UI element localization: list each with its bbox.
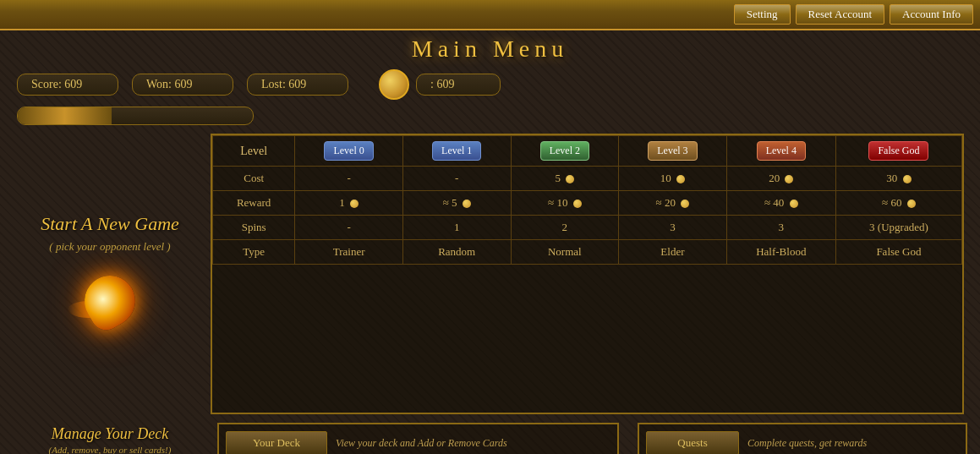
reward-2: ≈ 10 [511, 191, 619, 216]
table-row-type: Type Trainer Random Normal Elder Half-Bl… [213, 240, 962, 265]
table-row-spins: Spins - 1 2 3 3 3 (Upgraded) [213, 216, 962, 240]
type-1: Random [402, 240, 511, 265]
coin-dot [566, 175, 574, 183]
main-title: Main Menu [0, 36, 980, 63]
type-4: Half-Blood [726, 240, 835, 265]
coin-dot [676, 175, 685, 183]
stats-row: Score: 609 Won: 609 Lost: 609 : 609 [0, 69, 980, 100]
left-panel: Start A New Game ( pick your opponent le… [13, 130, 207, 418]
cost-2: 5 [511, 167, 619, 191]
spins-4: 3 [726, 216, 835, 240]
reward-4: ≈ 40 [726, 191, 835, 216]
table-header-3[interactable]: Level 3 [619, 136, 727, 167]
type-5: False God [835, 240, 961, 265]
reward-0: 1 [295, 191, 403, 216]
type-label: Type [213, 240, 295, 265]
xp-progress-fill [18, 107, 112, 124]
false-god-button[interactable]: False God [868, 141, 928, 161]
reset-account-button[interactable]: Reset Account [796, 4, 884, 25]
coin-dot [903, 175, 912, 183]
deck-title: Manage Your Deck [52, 425, 168, 443]
start-game-subtitle: ( pick your opponent level ) [49, 240, 170, 254]
score-stat: Score: 609 [17, 74, 118, 96]
level-table-container: Level Level 0 Level 1 Level 2 Level 3 Le… [211, 134, 964, 414]
reward-5: ≈ 60 [835, 191, 961, 216]
coin-dot [350, 200, 359, 208]
account-info-button[interactable]: Account Info [890, 4, 973, 25]
level-3-button[interactable]: Level 3 [648, 141, 697, 161]
table-row-cost: Cost - - 5 10 20 30 [213, 167, 962, 191]
coin-dot [785, 175, 793, 183]
spins-5: 3 (Upgraded) [835, 216, 961, 240]
xp-progress-bar [17, 107, 254, 125]
coin-icon [379, 69, 409, 100]
top-bar: Setting Reset Account Account Info [0, 0, 980, 30]
level-2-button[interactable]: Level 2 [540, 141, 589, 161]
coin-area: : 609 [379, 69, 501, 100]
cost-label: Cost [213, 167, 295, 191]
lost-stat: Lost: 609 [247, 74, 348, 96]
table-header-4[interactable]: Level 4 [726, 136, 835, 167]
quests-desc: Complete quests, get rewards [747, 437, 867, 450]
table-row-reward: Reward 1 ≈ 5 ≈ 10 ≈ 20 ≈ 40 ≈ 60 [213, 191, 962, 216]
spins-3: 3 [619, 216, 727, 240]
spins-label: Spins [213, 216, 295, 240]
table-header-0[interactable]: Level 0 [295, 136, 403, 167]
deck-subtitle: (Add, remove, buy or sell cards!) [49, 445, 172, 455]
level-1-button[interactable]: Level 1 [432, 141, 481, 161]
deck-panel: Manage Your Deck (Add, remove, buy or se… [13, 423, 207, 454]
actions-panel: Your Deck View your deck and Add or Remo… [217, 423, 619, 454]
table-header-2[interactable]: Level 2 [511, 136, 619, 167]
spins-0: - [295, 216, 403, 240]
setting-button[interactable]: Setting [734, 4, 791, 25]
fireball-body [75, 266, 145, 336]
reward-1: ≈ 5 [402, 191, 511, 216]
type-0: Trainer [295, 240, 403, 265]
table-header-1[interactable]: Level 1 [402, 136, 511, 167]
won-stat: Won: 609 [132, 74, 233, 96]
start-game-title: Start A New Game [41, 213, 179, 235]
cost-3: 10 [619, 167, 727, 191]
level-4-button[interactable]: Level 4 [757, 141, 806, 161]
coin-dot [907, 200, 916, 208]
spins-1: 1 [402, 216, 511, 240]
fireball-icon [68, 267, 152, 335]
table-header-fg[interactable]: False God [835, 136, 961, 167]
level-0-button[interactable]: Level 0 [324, 141, 373, 161]
quests-button[interactable]: Quests [646, 431, 739, 454]
bottom-area: Manage Your Deck (Add, remove, buy or se… [0, 418, 980, 454]
coin-dot [681, 200, 689, 208]
quest-row-quests: Quests Complete quests, get rewards [646, 431, 959, 454]
reward-label: Reward [213, 191, 295, 216]
cost-4: 20 [726, 167, 835, 191]
coin-dot [463, 200, 471, 208]
type-3: Elder [619, 240, 727, 265]
type-2: Normal [511, 240, 619, 265]
level-table: Level Level 0 Level 1 Level 2 Level 3 Le… [212, 135, 962, 265]
spins-2: 2 [511, 216, 619, 240]
coin-dot [790, 200, 798, 208]
your-deck-desc: View your deck and Add or Remove Cards [336, 437, 507, 450]
right-panel: Quests Complete quests, get rewards The … [638, 423, 967, 454]
reward-3: ≈ 20 [619, 191, 727, 216]
table-header-level: Level [213, 136, 295, 167]
coin-stat: : 609 [416, 74, 501, 96]
cost-5: 30 [835, 167, 961, 191]
main-content: Start A New Game ( pick your opponent le… [0, 130, 980, 418]
action-row-deck: Your Deck View your deck and Add or Remo… [226, 431, 610, 454]
cost-1: - [402, 167, 511, 191]
cost-0: - [295, 167, 403, 191]
your-deck-button[interactable]: Your Deck [226, 431, 327, 454]
coin-dot [573, 200, 582, 208]
